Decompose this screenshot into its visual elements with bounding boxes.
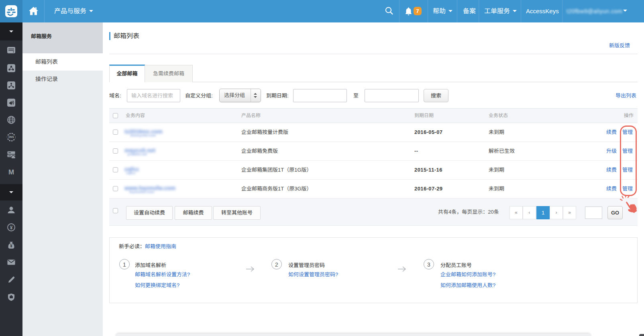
svg-text:¥: ¥: [10, 225, 13, 231]
svg-text:DNS: DNS: [8, 136, 14, 138]
svg-text:¥: ¥: [10, 244, 12, 248]
svg-text:M: M: [8, 168, 14, 176]
